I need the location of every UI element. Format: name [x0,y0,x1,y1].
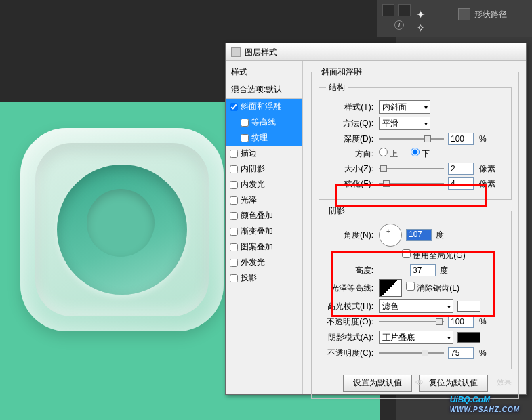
dialog-system-icon [231,47,241,57]
technique-select[interactable]: 平滑 [379,117,430,130]
style-item[interactable]: 等高线 [226,114,302,130]
highlight-opacity-slider[interactable] [379,317,444,327]
global-light-checkbox[interactable]: 使用全局光(G) [402,249,466,261]
direction-down-radio[interactable]: 下 [411,148,430,160]
structure-group: 结构 样式(T): 内斜面 方法(Q): 平滑 深度(D): % [319,82,512,200]
shadow-color-swatch[interactable] [457,332,480,343]
bevel-panel: 斜面和浮雕 结构 样式(T): 内斜面 方法(Q): 平滑 深度(D): [303,61,526,394]
layer-thumb-icon [458,8,470,20]
highlight-mode-select[interactable]: 滤色 [379,299,453,313]
angle-label: 角度(N): [326,230,373,241]
soften-slider[interactable] [379,179,444,188]
rendered-icon [20,128,224,331]
style-checkbox[interactable] [230,103,238,111]
top-options-bar: i ✦ ✧ 形状路径 [377,0,532,37]
style-checkbox[interactable] [230,196,238,205]
depth-unit: % [479,134,487,144]
style-item-label: 图案叠加 [241,241,273,253]
style-item-label: 外发光 [241,257,265,268]
style-item[interactable]: 渐变叠加 [226,224,302,239]
gloss-contour-picker[interactable] [379,279,402,297]
style-item[interactable]: 内发光 [226,177,302,192]
shadow-opacity-input[interactable] [448,347,474,359]
altitude-input[interactable] [410,264,436,276]
size-input[interactable] [448,163,474,175]
style-item-label: 等高线 [251,117,276,128]
style-item-label: 渐变叠加 [241,226,273,237]
dialog-titlebar[interactable]: 图层样式 [226,43,526,61]
styles-header[interactable]: 样式 [226,64,302,81]
style-item-label: 纹理 [251,132,268,144]
structure-title: 结构 [326,82,348,93]
style-item[interactable]: 颜色叠加 [226,208,302,224]
styles-sidebar: 样式 混合选项:默认 斜面和浮雕等高线纹理描边内阴影内发光光泽颜色叠加渐变叠加图… [226,61,303,394]
style-item-label: 内发光 [241,179,265,190]
angle-dial[interactable] [379,224,402,247]
style-select[interactable]: 内斜面 [379,100,430,114]
info-icon[interactable]: i [394,20,404,30]
altitude-unit: 度 [440,265,448,276]
icon-ring [57,165,187,295]
shape-path-indicator: 形状路径 [458,8,507,20]
style-item-label: 描边 [241,148,257,159]
style-checkbox[interactable] [230,165,238,173]
style-checkbox[interactable] [230,243,238,251]
shadow-mode-label: 阴影模式(A): [326,332,373,343]
make-default-button[interactable]: 设置为默认值 [343,375,412,392]
reset-default-button[interactable]: 复位为默认值 [419,375,488,392]
shadow-mode-select[interactable]: 正片叠底 [379,331,453,344]
style-checkbox[interactable] [230,212,238,220]
shading-title: 阴影 [326,205,348,217]
style-label: 样式(T): [326,102,373,113]
star-tool-icon[interactable]: ✦ [416,8,425,21]
anti-alias-checkbox[interactable]: 消除锯齿(L) [406,282,459,294]
shape-path-label: 形状路径 [474,9,507,20]
depth-input[interactable] [448,133,474,145]
style-item[interactable]: 内阴影 [226,161,302,177]
style-item-label: 光泽 [241,194,257,206]
shadow-opacity-label: 不透明度(C): [326,348,373,359]
style-checkbox[interactable] [230,228,238,236]
visibility-eye-icon[interactable]: 👁 [415,378,424,387]
style-checkbox[interactable] [230,150,238,158]
shadow-opacity-slider[interactable] [379,348,444,358]
style-item-label: 颜色叠加 [241,210,273,222]
angle-unit: 度 [436,230,444,241]
layer-style-dialog: 图层样式 样式 混合选项:默认 斜面和浮雕等高线纹理描边内阴影内发光光泽颜色叠加… [225,43,527,395]
size-slider[interactable] [379,164,444,173]
technique-label: 方法(Q): [326,118,373,129]
style-item[interactable]: 投影 [226,270,302,286]
bevel-group: 斜面和浮雕 结构 样式(T): 内斜面 方法(Q): 平滑 深度(D): [311,66,519,399]
size-label: 大小(Z): [326,163,373,175]
altitude-label: 高度: [326,265,373,276]
style-checkbox[interactable] [230,181,238,189]
style-checkbox[interactable] [241,119,249,127]
bevel-group-title: 斜面和浮雕 [319,66,365,78]
gloss-contour-label: 光泽等高线: [326,282,373,294]
direction-up-radio[interactable]: 上 [379,148,398,160]
style-checkbox[interactable] [230,259,238,267]
fx-label: 效果 [497,377,512,387]
style-item[interactable]: 光泽 [226,192,302,208]
style-item[interactable]: 纹理 [226,130,302,146]
wand-tool-icon[interactable]: ✧ [416,22,425,35]
style-item[interactable]: 外发光 [226,255,302,270]
style-item-label: 斜面和浮雕 [241,101,281,112]
style-item[interactable]: 图案叠加 [226,239,302,255]
highlight-color-swatch[interactable] [457,301,480,312]
shading-group: 阴影 角度(N): 107 度 使用全局光(G) 高度: 度 [319,205,512,369]
style-item-label: 内阴影 [241,163,265,175]
toolbar-icon[interactable] [382,4,394,16]
size-unit: 像素 [479,163,495,175]
style-item[interactable]: 斜面和浮雕 [226,99,302,114]
angle-input[interactable]: 107 [406,229,432,241]
toolbar-icon[interactable] [398,4,411,16]
style-item[interactable]: 描边 [226,146,302,161]
soften-input[interactable] [448,177,474,190]
style-checkbox[interactable] [241,134,249,142]
blend-options-header[interactable]: 混合选项:默认 [226,81,302,99]
watermark: UiBQ.CoM WWW.PSAHZ.COM [450,390,520,413]
depth-slider[interactable] [379,134,444,144]
style-checkbox[interactable] [230,274,238,282]
highlight-opacity-input[interactable] [448,316,474,328]
